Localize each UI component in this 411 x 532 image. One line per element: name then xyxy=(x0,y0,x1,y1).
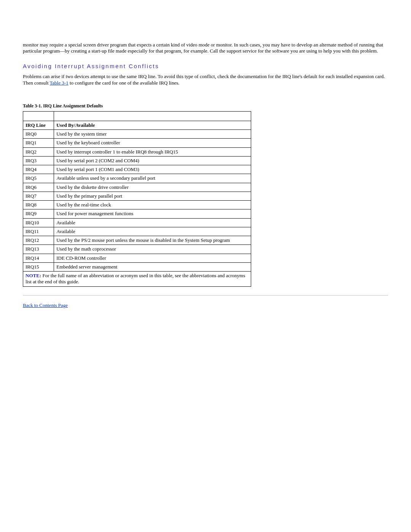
table-row: IRQ1Used by the keyboard controller xyxy=(23,139,251,147)
cell-irq-line: IRQ1 xyxy=(23,139,54,147)
cell-used-by: Used by the system timer xyxy=(54,130,251,139)
irq-table: IRQ Line Used By/Available IRQ0Used by t… xyxy=(23,111,251,287)
table-row: IRQ10Available xyxy=(23,218,251,227)
cell-irq-line: IRQ7 xyxy=(23,192,54,200)
spacer-cell xyxy=(54,111,251,121)
table-header-row: IRQ Line Used By/Available xyxy=(23,121,251,129)
cell-irq-line: IRQ15 xyxy=(23,262,54,271)
cell-used-by: Used by interrupt controller 1 to enable… xyxy=(54,147,251,156)
table-row: IRQ13Used by the math coprocessor xyxy=(23,245,251,254)
cell-irq-line: IRQ13 xyxy=(23,245,54,254)
table-row: IRQ12Used by the PS/2 mouse port unless … xyxy=(23,236,251,245)
intro-paragraph: monitor may require a special screen dri… xyxy=(23,42,388,54)
table-row: IRQ15Embedded server management xyxy=(23,262,251,271)
cell-used-by: Used by serial port 2 (COM2 and COM4) xyxy=(54,156,251,165)
cell-irq-line: IRQ14 xyxy=(23,254,54,262)
cell-used-by: Available xyxy=(54,227,251,236)
table-spacer-row xyxy=(23,111,251,121)
cell-irq-line: IRQ8 xyxy=(23,201,54,209)
table-row: IRQ3Used by serial port 2 (COM2 and COM4… xyxy=(23,156,251,165)
header-irq-line: IRQ Line xyxy=(23,121,54,129)
note-label: NOTE: xyxy=(25,273,41,278)
table-row: IRQ9Used for power management functions xyxy=(23,209,251,218)
conflict-paragraph: Problems can arise if two devices attemp… xyxy=(23,73,388,86)
cell-irq-line: IRQ10 xyxy=(23,218,54,227)
cell-used-by: Available xyxy=(54,218,251,227)
back-to-contents-link[interactable]: Back to Contents Page xyxy=(23,302,68,308)
table-row: IRQ11Available xyxy=(23,227,251,236)
table-row: IRQ14IDE CD-ROM controller xyxy=(23,254,251,262)
separator xyxy=(23,295,388,296)
cell-irq-line: IRQ12 xyxy=(23,236,54,245)
table-row: IRQ0Used by the system timer xyxy=(23,130,251,139)
table-row: IRQ7Used by the primary parallel port xyxy=(23,192,251,200)
cell-irq-line: IRQ4 xyxy=(23,165,54,174)
section-heading: Avoiding Interrupt Assignment Conflicts xyxy=(23,63,388,70)
page-content: monitor may require a special screen dri… xyxy=(0,0,411,324)
cell-irq-line: IRQ2 xyxy=(23,147,54,156)
table-note-row: NOTE: For the full name of an abbreviati… xyxy=(23,272,251,287)
cell-used-by: IDE CD-ROM controller xyxy=(54,254,251,262)
cell-irq-line: IRQ11 xyxy=(23,227,54,236)
cell-used-by: Embedded server management xyxy=(54,262,251,271)
header-used-by: Used By/Available xyxy=(54,121,251,129)
cell-irq-line: IRQ9 xyxy=(23,209,54,218)
cell-irq-line: IRQ6 xyxy=(23,183,54,192)
cell-irq-line: IRQ5 xyxy=(23,174,54,183)
cell-used-by: Used by serial port 1 (COM1 and COM3) xyxy=(54,165,251,174)
cell-used-by: Used by the PS/2 mouse port unless the m… xyxy=(54,236,251,245)
table-link[interactable]: Table 3-1 xyxy=(50,80,68,86)
cell-used-by: Available unless used by a secondary par… xyxy=(54,174,251,183)
note-cell: NOTE: For the full name of an abbreviati… xyxy=(23,272,251,287)
table-caption: Table 3-1. IRQ Line Assignment Defaults xyxy=(23,103,388,109)
cell-used-by: Used by the real-time clock xyxy=(54,201,251,209)
cell-irq-line: IRQ0 xyxy=(23,130,54,139)
table-row: IRQ2Used by interrupt controller 1 to en… xyxy=(23,147,251,156)
cell-used-by: Used by the diskette drive controller xyxy=(54,183,251,192)
conflict-text-b: to configure the card for one of the ava… xyxy=(68,80,180,86)
cell-used-by: Used by the primary parallel port xyxy=(54,192,251,200)
spacer-cell xyxy=(23,111,54,121)
cell-irq-line: IRQ3 xyxy=(23,156,54,165)
table-row: IRQ4Used by serial port 1 (COM1 and COM3… xyxy=(23,165,251,174)
cell-used-by: Used for power management functions xyxy=(54,209,251,218)
note-text: For the full name of an abbreviation or … xyxy=(25,273,245,284)
table-row: IRQ6Used by the diskette drive controlle… xyxy=(23,183,251,192)
table-row: IRQ5Available unless used by a secondary… xyxy=(23,174,251,183)
table-row: IRQ8Used by the real-time clock xyxy=(23,201,251,209)
cell-used-by: Used by the keyboard controller xyxy=(54,139,251,147)
cell-used-by: Used by the math coprocessor xyxy=(54,245,251,254)
